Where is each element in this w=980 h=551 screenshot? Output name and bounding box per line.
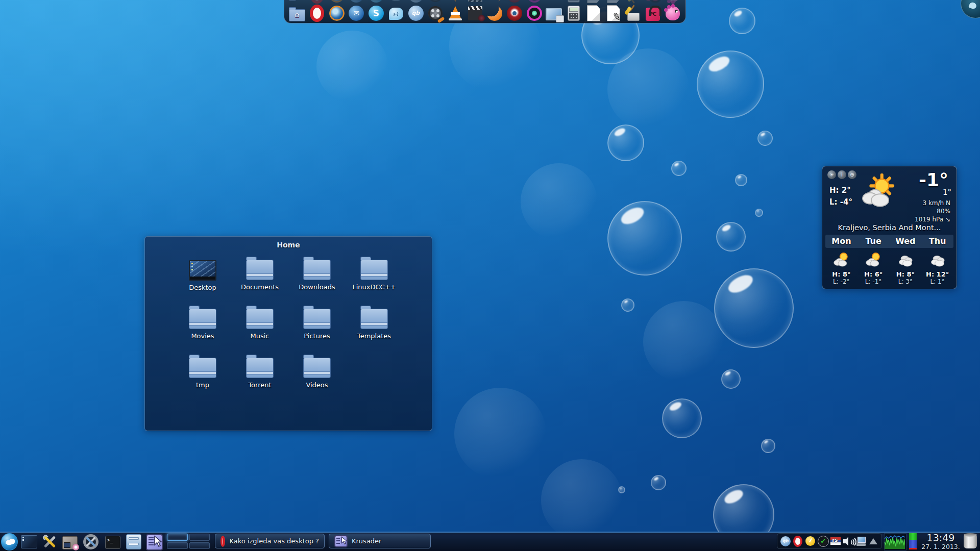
- mail-glyph: ✉: [354, 9, 360, 17]
- desktop: ⌂ ✉ S ;-) qb ✎ PC Home Desktop Documents…: [0, 0, 980, 551]
- bubble: [651, 475, 666, 490]
- weather-current-temp: -1°: [919, 169, 948, 190]
- tray-expand-arrow-icon[interactable]: [868, 536, 879, 547]
- weather-wind: 3 km/h N: [915, 199, 950, 207]
- folder-label: Music: [251, 332, 270, 340]
- new-document-icon[interactable]: [585, 4, 603, 22]
- file-manager-button[interactable]: [125, 533, 142, 550]
- system-load-bar[interactable]: [909, 533, 917, 549]
- text-editor-icon[interactable]: ✎: [604, 4, 622, 22]
- weather-feels-like: 1°: [943, 188, 951, 197]
- pager-desktop-2[interactable]: [189, 534, 210, 541]
- folder-item-linuxdcc[interactable]: LinuxDCC++: [346, 255, 403, 296]
- qbittorrent-icon[interactable]: qb: [407, 4, 425, 22]
- sun-glyph: ☀: [829, 172, 834, 178]
- weather-info-button[interactable]: i: [838, 170, 846, 179]
- terminal-icon: >_: [105, 536, 120, 549]
- task-button-opera[interactable]: Kako izgleda vas desktop ?: [215, 534, 325, 548]
- task-button-krusader[interactable]: Krusader: [329, 534, 431, 548]
- weather-humidity: 80%: [915, 207, 950, 215]
- folder-icon: [246, 309, 274, 329]
- kdenlive-icon[interactable]: [466, 4, 484, 22]
- clouds-icon: [928, 250, 947, 269]
- folder-item-templates[interactable]: Templates: [346, 304, 403, 345]
- game-monster-icon[interactable]: [664, 4, 681, 22]
- tray-keyboard-layout-icon[interactable]: rs: [830, 536, 841, 547]
- weather-low: L: -4°: [829, 196, 852, 208]
- bubble: [721, 369, 741, 389]
- trash-icon[interactable]: [964, 534, 977, 548]
- image-viewer-icon[interactable]: [525, 4, 543, 22]
- folder-item-torrent[interactable]: Torrent: [231, 353, 288, 394]
- folder-item-tmp[interactable]: tmp: [174, 353, 231, 394]
- utilities-button[interactable]: [41, 533, 58, 550]
- opera-icon[interactable]: [308, 4, 326, 22]
- home-glyph: ⌂: [295, 11, 300, 19]
- video-editor-icon[interactable]: [427, 4, 445, 22]
- folder-label: Torrent: [248, 381, 271, 389]
- forecast-low: L: 3°: [898, 278, 913, 285]
- clouds-icon: [896, 250, 915, 269]
- forecast-col-thu: H: 12° L: 1°: [921, 250, 953, 285]
- folder-label: Movies: [191, 332, 214, 340]
- remote-desktop-icon[interactable]: [545, 4, 563, 22]
- weather-widget: ☀ i ⊕ H: 2° L: -4°: [822, 166, 957, 289]
- package-installer-button[interactable]: [61, 533, 78, 550]
- app-menu-button[interactable]: [1, 533, 18, 550]
- folder-item-movies[interactable]: Movies: [174, 304, 231, 345]
- folder-item-downloads[interactable]: Downloads: [288, 255, 346, 296]
- crossed-tools-icon: [42, 534, 57, 549]
- sweeper-icon[interactable]: [624, 4, 642, 22]
- weather-globe-button[interactable]: ⊕: [848, 170, 856, 179]
- system-tray: qb ✔ rs: [777, 533, 882, 549]
- task-label: Krusader: [352, 537, 381, 545]
- folder-item-videos[interactable]: Videos: [288, 353, 346, 394]
- tray-volume-icon[interactable]: [843, 536, 854, 547]
- bubble: [729, 8, 755, 34]
- skype-icon[interactable]: S: [368, 4, 385, 22]
- terminal-button[interactable]: >_: [104, 533, 121, 550]
- forecast-day: Wed: [890, 235, 922, 248]
- vlc-icon[interactable]: [447, 4, 464, 22]
- krusader-icon: [334, 535, 348, 547]
- krusader-button[interactable]: [146, 533, 163, 550]
- home-folder-icon[interactable]: ⌂: [288, 4, 306, 22]
- forecast-low: L: -2°: [833, 278, 850, 285]
- forecast-day: Tue: [857, 235, 890, 248]
- tray-updates-ok-icon[interactable]: ✔: [818, 536, 829, 547]
- tray-opera-icon[interactable]: [792, 536, 803, 547]
- system-settings-button[interactable]: [82, 533, 99, 550]
- tray-qbittorrent-icon[interactable]: qb: [780, 536, 791, 547]
- clementine-icon[interactable]: [486, 4, 504, 22]
- forecast-high: H: 6°: [864, 270, 883, 278]
- tray-network-icon[interactable]: [855, 536, 867, 547]
- skype-glyph: S: [373, 8, 379, 18]
- calculator-icon[interactable]: [565, 4, 583, 22]
- thunderbird-icon[interactable]: ✉: [348, 4, 365, 22]
- folder-item-pictures[interactable]: Pictures: [288, 304, 346, 345]
- media-viewer-icon[interactable]: [506, 4, 524, 22]
- weather-pressure: 1019 hPa ↘: [915, 215, 950, 223]
- pc-speaker-icon[interactable]: PC: [644, 4, 662, 22]
- kopete-icon[interactable]: ;-): [387, 4, 405, 22]
- folder-item-documents[interactable]: Documents: [231, 255, 288, 296]
- tray-reminder-clock-icon[interactable]: [805, 536, 816, 547]
- bubble: [716, 222, 746, 252]
- firefox-icon[interactable]: [328, 4, 346, 22]
- show-desktop-button[interactable]: [20, 533, 37, 550]
- bubble: [697, 51, 764, 118]
- folder-item-music[interactable]: Music: [231, 304, 288, 345]
- top-dock: ⌂ ✉ S ;-) qb ✎ PC: [284, 0, 686, 23]
- clock-date: 27. 1. 2013.: [919, 543, 963, 550]
- pager-desktop-3[interactable]: [167, 542, 188, 549]
- pager-desktop-4[interactable]: [189, 542, 210, 549]
- weather-sun-button[interactable]: ☀: [827, 170, 836, 179]
- folder-icon: [303, 260, 331, 280]
- check-glyph: ✔: [820, 537, 826, 545]
- pager-desktop-1[interactable]: [167, 534, 188, 541]
- folder-item-desktop[interactable]: Desktop: [174, 255, 231, 296]
- system-monitor-graph[interactable]: [884, 533, 906, 550]
- digital-clock[interactable]: 13:49 27. 1. 2013.: [919, 533, 963, 550]
- bubble: [618, 486, 625, 493]
- folder-label: Downloads: [299, 283, 335, 291]
